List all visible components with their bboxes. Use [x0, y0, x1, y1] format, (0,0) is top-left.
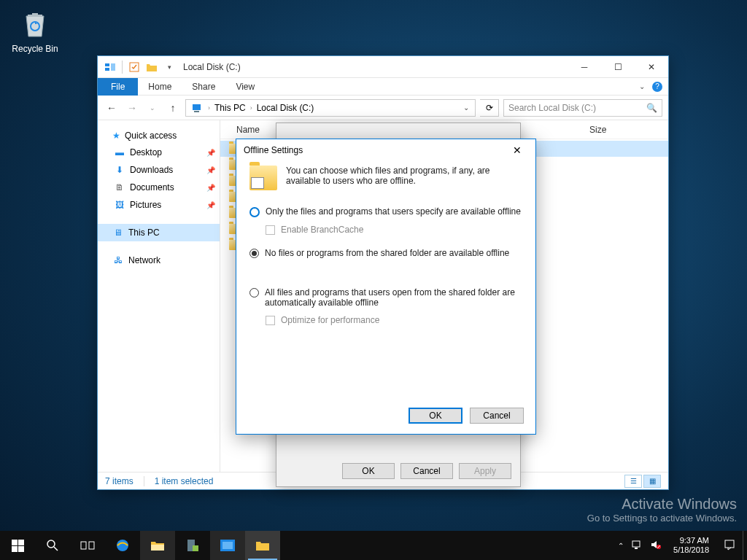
nav-downloads[interactable]: ⬇Downloads📌: [98, 161, 220, 179]
qat-dropdown-icon[interactable]: ▾: [161, 59, 177, 75]
navbar: ← → ⌄ ↑ › This PC › Local Disk (C:) ⌄ ⟳ …: [98, 96, 668, 120]
refresh-button[interactable]: ⟳: [480, 99, 499, 117]
start-button[interactable]: [0, 531, 35, 560]
tray-volume-icon[interactable]: [650, 540, 662, 551]
show-desktop-button[interactable]: [743, 531, 747, 560]
nav-pane: ★ Quick access ▬Desktop📌 ⬇Downloads📌 🗎Do…: [98, 120, 220, 472]
svg-rect-9: [81, 542, 86, 549]
dialog-intro-text: You can choose which files and programs,…: [286, 166, 522, 186]
app-icon: [102, 59, 118, 75]
dialog-cancel-button[interactable]: Cancel: [470, 408, 524, 424]
download-icon: ⬇: [114, 164, 125, 176]
breadcrumb-localdisk[interactable]: Local Disk (C:): [254, 103, 317, 113]
pin-icon: 📌: [206, 201, 215, 209]
option-none[interactable]: No files or programs from the shared fol…: [249, 248, 522, 258]
nav-network[interactable]: 🖧Network: [98, 252, 220, 269]
svg-rect-14: [193, 545, 198, 551]
svg-rect-17: [632, 541, 640, 547]
svg-rect-21: [725, 540, 734, 548]
addr-dropdown-icon[interactable]: ⌄: [460, 104, 472, 112]
chevron-right-icon[interactable]: ›: [250, 104, 252, 112]
svg-rect-18: [635, 548, 638, 549]
ribbon-share[interactable]: Share: [182, 78, 225, 96]
props-apply-button[interactable]: Apply: [459, 463, 511, 479]
taskbar-app[interactable]: [210, 531, 245, 560]
search-placeholder: Search Local Disk (C:): [508, 103, 596, 113]
option-specify[interactable]: Only the files and programs that users s…: [249, 206, 522, 217]
offline-settings-dialog: Offline Settings ✕ You can choose which …: [236, 139, 536, 435]
recent-dropdown[interactable]: ⌄: [144, 100, 160, 116]
svg-rect-6: [194, 111, 199, 112]
qat-newfolder-icon[interactable]: [144, 59, 160, 75]
taskview-button[interactable]: [70, 531, 105, 560]
ribbon-home[interactable]: Home: [138, 78, 182, 96]
svg-rect-12: [151, 545, 164, 551]
status-item-count: 7 items: [105, 476, 133, 486]
option-optimize: Optimize for performance: [266, 315, 522, 325]
forward-button[interactable]: →: [124, 100, 140, 116]
nav-pictures[interactable]: 🖼Pictures📌: [98, 196, 220, 214]
activate-watermark: Activate Windows Go to Settings to activ…: [587, 496, 737, 524]
radio-icon: [249, 249, 259, 258]
recycle-bin-icon: [18, 6, 53, 41]
ribbon-view[interactable]: View: [225, 78, 265, 96]
svg-point-7: [47, 540, 55, 548]
minimize-button[interactable]: ─: [568, 56, 601, 78]
taskbar-explorer-active[interactable]: [245, 531, 280, 560]
pictures-icon: 🖼: [114, 199, 125, 211]
option-all[interactable]: All files and programs that users open f…: [249, 287, 522, 308]
dialog-ok-button[interactable]: OK: [409, 408, 462, 424]
view-icons-button[interactable]: ▦: [643, 475, 661, 488]
option-branchcache: Enable BranchCache: [266, 225, 522, 235]
svg-rect-2: [105, 68, 109, 71]
search-button[interactable]: [35, 531, 70, 560]
network-icon: 🖧: [112, 254, 124, 266]
nav-quick-access[interactable]: ★ Quick access: [98, 128, 220, 144]
ribbon: File Home Share View ⌄ ?: [98, 78, 668, 96]
radio-icon: [249, 288, 259, 298]
close-button[interactable]: ✕: [635, 56, 668, 78]
radio-icon: [249, 207, 260, 217]
taskbar: ⌃ 9:37 AM 5/18/2018: [0, 531, 747, 560]
pc-icon: 🖥: [112, 227, 124, 238]
ribbon-file[interactable]: File: [98, 78, 138, 96]
taskbar-explorer[interactable]: [140, 531, 175, 560]
taskbar-server-manager[interactable]: [175, 531, 210, 560]
taskbar-clock[interactable]: 9:37 AM 5/18/2018: [666, 536, 716, 555]
addr-pc-icon: [189, 103, 206, 113]
tray-up-icon[interactable]: ⌃: [618, 542, 624, 550]
props-cancel-button[interactable]: Cancel: [400, 463, 453, 479]
col-size[interactable]: Size: [581, 125, 668, 135]
taskbar-ie[interactable]: [105, 531, 140, 560]
up-button[interactable]: ↑: [165, 100, 181, 116]
maximize-button[interactable]: ☐: [601, 56, 635, 78]
dialog-close-button[interactable]: ✕: [506, 139, 528, 161]
action-center-icon[interactable]: [716, 539, 743, 552]
qat-properties-icon[interactable]: [126, 59, 142, 75]
nav-documents[interactable]: 🗎Documents📌: [98, 179, 220, 196]
checkbox-icon: [266, 316, 275, 325]
tray-network-icon[interactable]: [631, 540, 643, 551]
search-input[interactable]: Search Local Disk (C:) 🔍: [503, 99, 662, 117]
desktop-icon: ▬: [114, 147, 125, 158]
address-bar[interactable]: › This PC › Local Disk (C:) ⌄: [185, 99, 476, 117]
document-icon: 🗎: [114, 182, 125, 193]
breadcrumb-thispc[interactable]: This PC: [212, 103, 249, 113]
svg-rect-1: [105, 63, 109, 66]
svg-line-8: [54, 547, 58, 551]
pin-icon: 📌: [206, 184, 215, 192]
chevron-right-icon[interactable]: ›: [208, 104, 210, 112]
nav-desktop[interactable]: ▬Desktop📌: [98, 144, 220, 161]
ribbon-expand-icon[interactable]: ⌄: [639, 82, 645, 90]
window-title: Local Disk (C:): [183, 62, 568, 72]
titlebar[interactable]: ▾ Local Disk (C:) ─ ☐ ✕: [98, 56, 668, 78]
recycle-bin[interactable]: Recycle Bin: [7, 6, 63, 54]
help-icon[interactable]: ?: [652, 82, 662, 92]
nav-thispc[interactable]: 🖥This PC: [98, 224, 220, 241]
activate-subtitle: Go to Settings to activate Windows.: [587, 513, 737, 524]
pin-icon: 📌: [206, 149, 215, 157]
status-selected-count: 1 item selected: [155, 476, 214, 486]
back-button[interactable]: ←: [104, 100, 120, 116]
props-ok-button[interactable]: OK: [342, 463, 395, 479]
view-details-button[interactable]: ☰: [624, 475, 642, 488]
